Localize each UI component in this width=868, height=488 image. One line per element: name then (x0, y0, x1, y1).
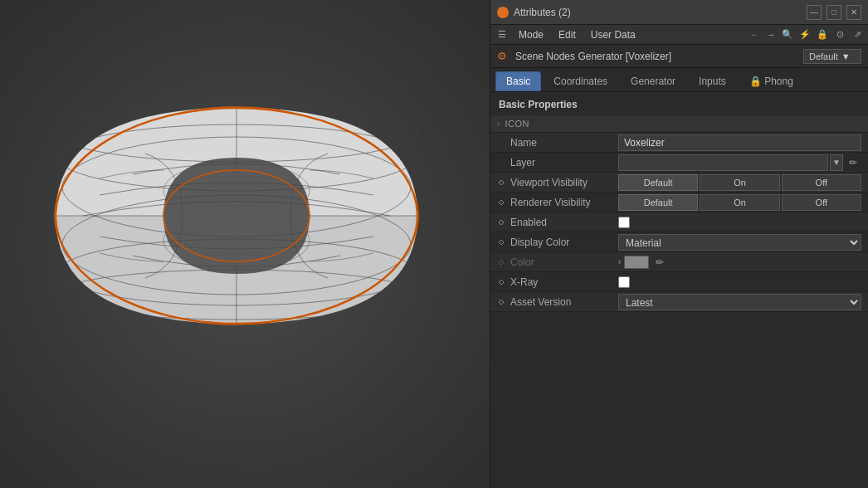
tab-basic[interactable]: Basic (495, 71, 541, 91)
icon-group-header[interactable]: › ICON (490, 115, 868, 133)
viewport-visibility-off[interactable]: Off (782, 174, 861, 191)
color-swatch[interactable] (624, 256, 649, 269)
nav-back-button[interactable]: ← (747, 27, 762, 42)
color-label: Color (510, 256, 618, 268)
asset-version-select[interactable]: Latest 1.0 2.0 (618, 294, 861, 310)
gear-icon: ⚙ (497, 50, 510, 63)
viewport-visibility-buttons: Default On Off (618, 174, 861, 191)
toolbar-icons: 🔍 ⚡ 🔒 ⊙ ⇗ (780, 27, 865, 42)
viewport-visibility-default[interactable]: Default (618, 174, 698, 191)
title-bar: Attributes (2) — □ ✕ (490, 0, 868, 25)
asset-version-label: Asset Version (510, 296, 618, 308)
window-controls: — □ ✕ (807, 5, 861, 20)
layer-edit-icon[interactable]: ✏ (845, 154, 861, 171)
renderer-visibility-value: Default On Off (618, 194, 861, 211)
search-icon[interactable]: 🔍 (780, 27, 795, 42)
generator-name: Scene Nodes Generator [Voxelizer] (515, 51, 803, 62)
layer-row: ▼ ✏ (618, 154, 861, 171)
layer-dot (497, 159, 505, 167)
xray-label: X-Ray (510, 276, 618, 288)
menu-bar: ☰ Mode Edit User Data ← → 🔍 ⚡ 🔒 ⊙ ⇗ (490, 25, 868, 45)
prop-row-asset-version: Asset Version Latest 1.0 2.0 (490, 292, 868, 312)
layer-value: ▼ ✏ (618, 154, 861, 171)
svg-marker-23 (499, 260, 504, 265)
enabled-checkbox[interactable] (618, 217, 630, 228)
enabled-dot (497, 218, 505, 227)
panel-title: Attributes (2) (514, 7, 807, 18)
renderer-visibility-default[interactable]: Default (618, 194, 698, 211)
menu-item-edit[interactable]: Edit (552, 27, 583, 42)
xray-checkbox[interactable] (618, 276, 630, 288)
preset-label: Default (809, 51, 838, 61)
preset-arrow-icon: ▼ (841, 51, 851, 61)
tab-inputs[interactable]: Inputs (688, 71, 737, 91)
xray-dot (497, 278, 505, 286)
asset-version-value: Latest 1.0 2.0 (618, 294, 861, 310)
svg-marker-22 (499, 240, 504, 245)
attributes-panel: Attributes (2) — □ ✕ ☰ Mode Edit User Da… (490, 0, 868, 488)
name-dot (497, 139, 505, 147)
menu-item-mode[interactable]: Mode (512, 27, 550, 42)
viewport-visibility-on[interactable]: On (700, 174, 779, 191)
tabs-row: Basic Coordinates Generator Inputs 🔒 Pho… (490, 68, 868, 92)
section-header: Basic Properties (490, 92, 868, 115)
prop-row-enabled: Enabled (490, 212, 868, 232)
name-label: Name (510, 137, 618, 149)
close-button[interactable]: ✕ (846, 5, 861, 20)
nav-forward-button[interactable]: → (763, 27, 778, 42)
svg-marker-20 (499, 200, 504, 205)
chevron-right-icon: › (497, 120, 500, 128)
renderer-visibility-off[interactable]: Off (782, 194, 861, 211)
hamburger-menu-icon[interactable]: ☰ (494, 27, 510, 43)
display-color-label: Display Color (510, 237, 618, 248)
display-color-value: Material Object Color Layer Color Custom (618, 234, 861, 251)
enabled-value (618, 217, 861, 228)
renderer-visibility-dot (497, 198, 505, 207)
layer-label: Layer (510, 157, 618, 168)
prop-row-renderer-visibility: Renderer Visibility Default On Off (490, 193, 868, 212)
prop-row-xray: X-Ray (490, 272, 868, 292)
display-color-dot (497, 238, 505, 246)
svg-marker-21 (499, 220, 504, 225)
prop-row-viewport-visibility: Viewport Visibility Default On Off (490, 173, 868, 193)
svg-marker-25 (499, 300, 504, 305)
color-expand-arrow[interactable]: › (618, 257, 621, 266)
renderer-visibility-on[interactable]: On (700, 194, 779, 211)
renderer-visibility-label: Renderer Visibility (510, 197, 618, 208)
record-icon[interactable]: ⊙ (832, 27, 847, 42)
display-color-select[interactable]: Material Object Color Layer Color Custom (618, 234, 861, 251)
viewport-visibility-label: Viewport Visibility (510, 177, 618, 188)
prop-row-color: Color › ✏ (490, 252, 868, 272)
prop-row-name: Name (490, 133, 868, 153)
minimize-button[interactable]: — (807, 5, 822, 20)
properties-content: › ICON Name Layer ▼ ✏ (490, 115, 868, 488)
tab-phong[interactable]: 🔒 Phong (739, 71, 804, 91)
color-edit-icon[interactable]: ✏ (656, 256, 664, 268)
link-icon[interactable]: ⇗ (850, 27, 865, 42)
preset-dropdown[interactable]: Default ▼ (803, 49, 861, 64)
torus-svg (17, 25, 465, 407)
asset-version-dot (497, 298, 505, 306)
name-input[interactable] (618, 134, 861, 151)
color-value: › ✏ (618, 256, 861, 269)
panel-icon (497, 7, 509, 18)
enabled-label: Enabled (510, 217, 618, 228)
name-value (618, 134, 861, 151)
prop-row-layer: Layer ▼ ✏ (490, 153, 868, 173)
menu-item-userdata[interactable]: User Data (584, 27, 642, 42)
3d-viewport[interactable] (0, 0, 490, 488)
maximize-button[interactable]: □ (827, 5, 841, 20)
generator-row: ⚙ Scene Nodes Generator [Voxelizer] Defa… (490, 45, 868, 68)
viewport-visibility-dot (497, 178, 505, 187)
svg-marker-24 (499, 280, 504, 285)
viewport-visibility-value: Default On Off (618, 174, 861, 191)
xray-value (618, 276, 861, 288)
lock-icon[interactable]: 🔒 (815, 27, 830, 42)
renderer-visibility-buttons: Default On Off (618, 194, 861, 211)
prop-row-display-color: Display Color Material Object Color Laye… (490, 232, 868, 252)
layer-input[interactable] (618, 154, 828, 171)
tab-coordinates[interactable]: Coordinates (543, 71, 618, 91)
filter-icon[interactable]: ⚡ (797, 27, 812, 42)
tab-generator[interactable]: Generator (620, 71, 686, 91)
layer-dropdown-arrow[interactable]: ▼ (830, 154, 843, 171)
